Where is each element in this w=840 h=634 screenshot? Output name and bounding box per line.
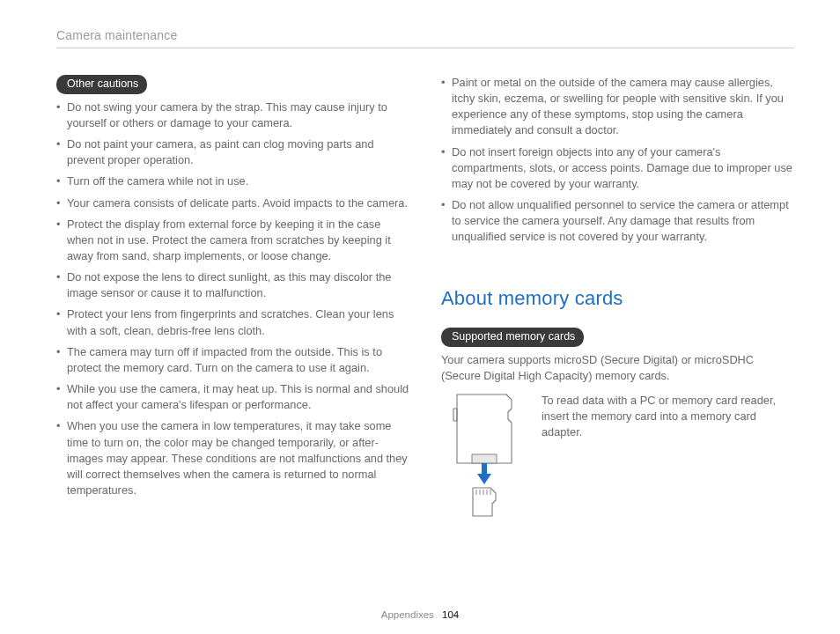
svg-rect-1 xyxy=(472,454,497,463)
memory-card-adapter-note: To read data with a PC or memory card re… xyxy=(542,393,794,529)
memory-cards-intro: Your camera supports microSD (Secure Dig… xyxy=(441,352,794,384)
caution-item: Protect your lens from fingerprints and … xyxy=(56,306,409,338)
caution-item: Your camera consists of delicate parts. … xyxy=(56,195,409,211)
caution-item: Do not expose the lens to direct sunligh… xyxy=(56,269,409,301)
page-footer: Appendixes 104 xyxy=(0,609,840,620)
caution-item: Turn off the camera while not in use. xyxy=(56,173,409,189)
caution-item: Do not insert foreign objects into any o… xyxy=(441,144,794,192)
svg-rect-0 xyxy=(453,409,457,421)
right-column: Paint or metal on the outside of the cam… xyxy=(441,75,794,529)
caution-item: Do not allow unqualified personnel to se… xyxy=(441,197,794,245)
other-cautions-pill: Other cautions xyxy=(56,75,147,94)
caution-item: When you use the camera in low temperatu… xyxy=(56,418,409,498)
footer-section: Appendixes xyxy=(381,609,434,620)
other-cautions-list: Do not swing your camera by the strap. T… xyxy=(56,100,409,498)
caution-item: Do not swing your camera by the strap. T… xyxy=(56,100,409,131)
content-columns: Other cautions Do not swing your camera … xyxy=(56,75,794,529)
footer-page-number: 104 xyxy=(442,609,459,620)
caution-item: Protect the display from external force … xyxy=(56,217,409,264)
header-divider xyxy=(56,48,794,48)
supported-memory-cards-pill: Supported memory cards xyxy=(441,328,584,347)
about-memory-cards-heading: About memory cards xyxy=(441,284,794,312)
page: Camera maintenance Other cautions Do not… xyxy=(0,0,840,564)
caution-item: The camera may turn off if impacted from… xyxy=(56,344,409,376)
left-column: Other cautions Do not swing your camera … xyxy=(56,75,409,529)
caution-item: Do not paint your camera, as paint can c… xyxy=(56,136,409,168)
caution-item: While you use the camera, it may heat up… xyxy=(56,381,409,413)
caution-item: Paint or metal on the outside of the cam… xyxy=(441,75,794,139)
other-cautions-continued-list: Paint or metal on the outside of the cam… xyxy=(441,75,794,246)
memory-card-adapter-illustration xyxy=(441,393,527,529)
memory-card-adapter-row: To read data with a PC or memory card re… xyxy=(441,393,794,529)
page-header-title: Camera maintenance xyxy=(56,28,794,42)
